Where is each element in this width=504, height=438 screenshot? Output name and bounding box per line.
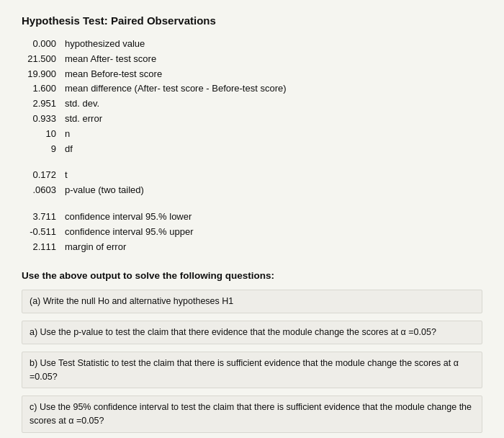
stats-row: 0.172t [22, 168, 482, 183]
stats-label: margin of error [65, 240, 126, 255]
question-block: c) Use the 95% confidence interval to te… [22, 395, 482, 433]
question-block: a) Use the p-value to test the claim tha… [22, 321, 482, 344]
stats-row: .0603p-value (two tailed) [22, 183, 482, 198]
stats-group-1: 0.000hypothesized value21.500mean After-… [22, 37, 482, 156]
question-text: b) Use Test Statistic to test the claim … [30, 357, 474, 384]
stats-row: 1.600mean difference (After- test score … [22, 81, 482, 97]
question-block: b) Use Test Statistic to test the claim … [22, 352, 482, 389]
stats-row: -0.511confidence interval 95.% upper [22, 225, 482, 240]
stats-row: 3.711confidence interval 95.% lower [22, 210, 482, 225]
stats-value: 1.600 [22, 81, 65, 97]
stats-label: hypothesized value [65, 37, 145, 52]
section-title: Use the above output to solve the follow… [22, 270, 482, 281]
stats-label: t [65, 168, 68, 183]
stats-row: 9df [22, 142, 482, 157]
page-title: Hypothesis Test: Paired Observations [22, 14, 482, 27]
question-text: a) Use the p-value to test the claim tha… [30, 326, 474, 339]
stats-label: p-value (two tailed) [65, 183, 144, 198]
stats-label: confidence interval 95.% lower [65, 210, 192, 225]
stats-value: 3.711 [22, 210, 65, 225]
stats-value: 9 [22, 142, 65, 157]
stats-label: confidence interval 95.% upper [65, 225, 194, 240]
stats-row: 2.111margin of error [22, 240, 482, 255]
stats-value: 10 [22, 127, 65, 142]
stats-label: mean After- test score [65, 52, 156, 67]
stats-value: -0.511 [22, 225, 65, 240]
stats-value: 0.933 [22, 112, 65, 127]
stats-value: 0.000 [22, 37, 65, 52]
question-text: (a) Write the null Ho and alternative hy… [30, 295, 474, 308]
stats-value: 19.900 [22, 67, 65, 82]
stats-value: 0.172 [22, 168, 65, 183]
stats-value: 2.111 [22, 240, 65, 255]
stats-row: 10n [22, 127, 482, 142]
stats-row: 2.951std. dev. [22, 97, 482, 112]
stats-label: mean difference (After- test score - Bef… [65, 81, 287, 97]
stats-label: std. error [65, 112, 102, 127]
stats-label: n [65, 127, 70, 142]
stats-row: 0.000hypothesized value [22, 37, 482, 52]
stats-value: .0603 [22, 183, 65, 198]
stats-label: df [65, 142, 73, 157]
question-text: c) Use the 95% confidence interval to te… [30, 401, 474, 428]
stats-group-3: 3.711confidence interval 95.% lower-0.51… [22, 210, 482, 254]
stats-label: mean Before-test score [65, 67, 162, 82]
stats-row: 21.500mean After- test score [22, 52, 482, 67]
stats-row: 0.933std. error [22, 112, 482, 127]
questions-container: (a) Write the null Ho and alternative hy… [22, 290, 482, 433]
stats-value: 2.951 [22, 97, 65, 112]
stats-value: 21.500 [22, 52, 65, 67]
stats-group-2: 0.172t.0603p-value (two tailed) [22, 168, 482, 198]
page-container: Hypothesis Test: Paired Observations 0.0… [22, 14, 482, 433]
stats-label: std. dev. [65, 97, 99, 112]
stats-row: 19.900mean Before-test score [22, 67, 482, 82]
question-block: (a) Write the null Ho and alternative hy… [22, 290, 482, 313]
